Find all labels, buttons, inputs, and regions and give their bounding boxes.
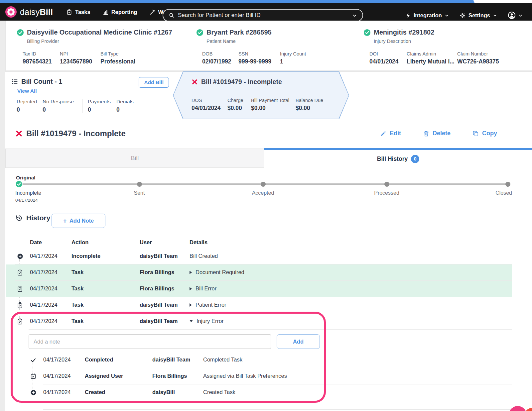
note-input[interactable]: [29, 334, 271, 349]
patient-subtitle: Patient Name: [206, 39, 356, 44]
provider-title: Daisyville Occupational Medicine Clinic …: [27, 29, 172, 36]
expand-down-icon: [190, 320, 193, 322]
note-add-button[interactable]: Add: [277, 334, 320, 349]
breadcrumb-patient[interactable]: Bryant Park #286595 Patient Name DOB02/0…: [174, 21, 356, 70]
field-value: Professional: [100, 58, 135, 65]
field-label: DOB: [202, 51, 238, 56]
field-label: NPI: [60, 51, 100, 56]
timeline-node-sent: [137, 182, 142, 187]
plus-icon: +: [63, 218, 67, 224]
expand-right-icon: [190, 287, 192, 290]
chat-bubble-red[interactable]: [525, 408, 532, 411]
history-title: History: [26, 214, 50, 222]
expand-right-icon: [190, 271, 192, 274]
calendar-check-icon: [29, 368, 37, 384]
bill-count-title: Bill Count - 1: [21, 78, 62, 85]
col-date: Date: [30, 239, 42, 246]
timeline-label-processed: Processed: [374, 190, 399, 196]
breadcrumb: Daisyville Occupational Medicine Clinic …: [5, 21, 532, 72]
injury-subtitle: Injury Description: [374, 39, 532, 44]
nav-reporting[interactable]: Reporting: [102, 9, 137, 15]
timeline-origin-label: Original: [16, 175, 36, 181]
x-icon: [15, 130, 23, 137]
copy-icon: [472, 130, 479, 137]
copy-button[interactable]: Copy: [472, 130, 497, 137]
field-value: 999-99-9999: [238, 58, 280, 65]
reporting-icon: [102, 9, 109, 15]
check-circle-icon: [196, 29, 203, 36]
task-clipboard-icon: [16, 297, 24, 313]
delete-button[interactable]: Delete: [423, 130, 451, 137]
search-input[interactable]: [178, 12, 352, 19]
breadcrumb-billing-provider[interactable]: Daisyville Occupational Medicine Clinic …: [6, 21, 188, 70]
add-bill-button[interactable]: Add Bill: [139, 77, 169, 88]
subtask-row: 04/17/2024 Assigned User Flora Billings …: [6, 368, 512, 384]
nav-integration[interactable]: Integration: [405, 12, 449, 19]
stat-denials: Denials0: [116, 99, 134, 113]
field-label: Claim Number: [457, 51, 499, 56]
plus-circle-icon: [16, 248, 24, 264]
field-value: 987654321: [23, 58, 60, 65]
stat-rejected: Rejected0: [17, 99, 43, 113]
search-chevron-down-icon[interactable]: [352, 13, 357, 18]
task-clipboard-icon: [16, 313, 24, 330]
nav-settings[interactable]: Settings: [460, 12, 497, 19]
field-label: Injury Count: [280, 51, 306, 56]
history-table: Date Action User Details 04/17/2024 Inco…: [6, 236, 512, 401]
bolt-icon: [405, 13, 411, 18]
table-row-highlighted: 04/17/2024 Task Flora Billings Document …: [6, 264, 512, 281]
tab-bill-history[interactable]: Bill History 0: [264, 150, 532, 168]
task-clipboard-icon: [16, 264, 24, 281]
expandable-details[interactable]: Document Required: [190, 269, 244, 275]
chat-bubble-pink[interactable]: [509, 406, 527, 411]
tasks-icon: [66, 9, 72, 15]
timeline-node-closed: [505, 182, 510, 187]
note-entry-row: Add: [6, 330, 512, 352]
timeline-label-accepted: Accepted: [252, 190, 274, 196]
tab-bill[interactable]: Bill: [5, 149, 264, 168]
field-label: Tax ID: [23, 51, 60, 56]
bill-history-badge: 0: [411, 155, 419, 163]
wizard-wand-icon: [149, 9, 156, 15]
edit-button[interactable]: Edit: [380, 130, 401, 137]
expandable-details[interactable]: Bill Error: [190, 285, 216, 292]
timeline-done-node-icon: [15, 180, 23, 188]
stat-payments: Payments0: [88, 99, 116, 113]
page-heading: Bill #1019479 - Incomplete: [15, 129, 126, 138]
selected-bill-card[interactable]: Bill #1019479 - Incomplete DOS04/01/2024…: [173, 71, 349, 119]
field-value: Liberty Mutual I...: [407, 58, 457, 65]
subtask-row: 04/17/2024 Created daisyBill Created Tas…: [6, 384, 512, 401]
daisybill-logo-icon: [5, 6, 17, 18]
pencil-icon: [380, 130, 387, 137]
collapse-details[interactable]: Injury Error: [190, 318, 224, 324]
history-header: History: [15, 214, 50, 222]
breadcrumb-injury[interactable]: Meningitis #291802 Injury Description DO…: [342, 21, 532, 70]
brand[interactable]: daisyBill: [5, 6, 53, 18]
add-note-button[interactable]: + Add Note: [52, 214, 105, 228]
field-label: DOI: [369, 51, 407, 56]
nav-tasks[interactable]: Tasks: [66, 9, 90, 15]
view-all-link[interactable]: View All: [17, 88, 173, 94]
list-icon: [11, 78, 18, 85]
page-left-gutter: [0, 21, 5, 411]
gear-icon: [460, 12, 466, 19]
expandable-details[interactable]: Patient Error: [190, 302, 226, 308]
plus-circle-icon: [29, 384, 37, 401]
bill-status-timeline: Original Incomplete Sent Accepted Proces…: [15, 175, 512, 205]
global-search[interactable]: [163, 9, 363, 22]
page-actions: Edit Delete Copy: [380, 130, 497, 137]
injury-title: Meningitis #291802: [374, 29, 434, 36]
history-icon: [15, 214, 23, 222]
table-row-expanded: 04/17/2024 Task daisyBill Team Injury Er…: [6, 313, 512, 330]
nav-account[interactable]: [508, 11, 523, 19]
col-action: Action: [71, 239, 88, 246]
patient-title: Bryant Park #286595: [206, 29, 272, 36]
trash-icon: [423, 130, 430, 137]
table-row-highlighted: 04/17/2024 Task Flora Billings Bill Erro…: [6, 281, 512, 297]
table-header-row: Date Action User Details: [6, 236, 512, 248]
page-title: Bill #1019479 - Incomplete: [26, 129, 126, 138]
field-value: 04/01/2024: [369, 58, 407, 65]
timeline-node-accepted: [261, 182, 266, 187]
col-user: User: [140, 239, 152, 246]
field-label: Bill Type: [100, 51, 135, 56]
